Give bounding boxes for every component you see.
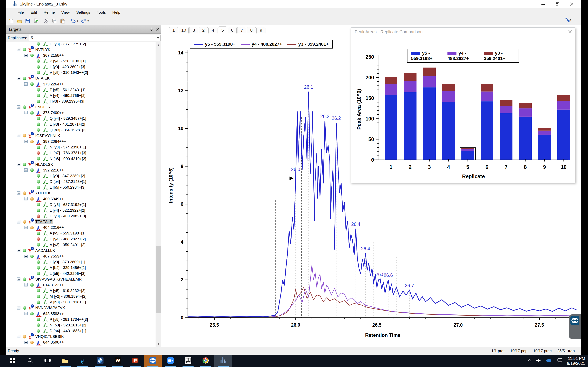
taskbar-video-camera-app-button[interactable]	[162, 355, 179, 367]
menu-file[interactable]: File	[14, 9, 27, 16]
tree-peptide-row[interactable]: YPIATAIEK	[6, 75, 156, 81]
tree-item-label[interactable]: M [y2] - 306.1594+[2]	[49, 294, 87, 299]
taskbar-teamviewer-button[interactable]	[144, 355, 162, 367]
tree-item-label[interactable]: L [y3] - 401.2871+[2]	[49, 122, 86, 127]
tree-item-label[interactable]: E [y4] - 488.2827+[2]	[49, 237, 86, 242]
menu-edit[interactable]: Edit	[27, 9, 40, 16]
undo-button[interactable]	[69, 17, 77, 25]
taskbar-file-explorer-button[interactable]	[56, 355, 74, 367]
expand-collapse-box[interactable]	[17, 249, 20, 252]
tree-transition-row[interactable]: Q [y4] - 529.3457+[1]	[6, 116, 156, 122]
tree-item-label[interactable]: 387.2084+++	[43, 139, 67, 144]
tree-item-label[interactable]: 404.2216++	[43, 225, 64, 230]
tree-item-label[interactable]: D [b4] - 443.1885+[1]	[49, 328, 87, 333]
targets-header[interactable]: Targets	[6, 25, 161, 34]
tree-precursor-row[interactable]: 614.3122+++	[6, 282, 156, 288]
tree-transition-row[interactable]: D [y3] - 377.1779+[2]	[6, 42, 156, 47]
tree-item-label[interactable]: TFAEALR	[35, 219, 53, 224]
tree-transition-row[interactable]: L [b5] - 550.2984+[3]	[6, 184, 156, 191]
taskbar-w-app-button[interactable]: W	[109, 355, 127, 367]
tree-item-label[interactable]: 614.3122+++	[43, 283, 67, 287]
tree-transition-row[interactable]: H [b7] - 786.3781+[3]	[6, 150, 156, 156]
tree-precursor-row[interactable]: 400.6949++	[6, 196, 156, 202]
tree-item-label[interactable]: L [y4] - 522.2922+[2]	[49, 208, 86, 213]
speaker-icon[interactable]	[536, 358, 542, 364]
menu-view[interactable]: View	[58, 9, 73, 16]
scroll-up-icon[interactable]: ▲	[156, 42, 161, 48]
tree-transition-row[interactable]: A [y5] - 619.3232+[3]	[6, 288, 156, 294]
tree-transition-row[interactable]: N [b8] - 900.4210+[2]	[6, 156, 156, 162]
expand-collapse-box[interactable]	[24, 54, 27, 57]
tree-item-label[interactable]: D [b4] - 437.2143+[1]	[49, 179, 87, 184]
close-button[interactable]	[564, 0, 579, 8]
tree-item-label[interactable]: N [y3] - 374.2398+[1]	[49, 145, 86, 150]
tree-precursor-row[interactable]: 644.8590++	[6, 340, 156, 345]
tree-peptide-row[interactable]: YPNVNDVIAPAFVK	[6, 305, 156, 311]
tree-item-label[interactable]: NVPLYK	[35, 47, 51, 52]
expand-collapse-box[interactable]	[24, 283, 27, 286]
tree-transition-row[interactable]: L [b5] - 442.2296+[3]	[6, 271, 156, 276]
tree-transition-row[interactable]: L [y3] - 347.2289+[2]	[6, 173, 156, 179]
ui-mode-select[interactable]: ▼	[565, 17, 573, 22]
tree-transition-row[interactable]: T [y5] - 561.3243+[1]	[6, 87, 156, 93]
expand-collapse-box[interactable]	[24, 82, 27, 86]
tree-peptide-row[interactable]: YPYDLDFK	[6, 190, 156, 196]
tree-item-label[interactable]: A [y5] - 619.3232+[3]	[49, 288, 86, 293]
peak-areas-chart[interactable]: 05010015020025012345678910ReplicatePeak …	[351, 28, 576, 183]
replicates-dropdown[interactable]: 5	[29, 35, 161, 41]
chevron-up-icon[interactable]	[527, 358, 531, 364]
tree-item-label[interactable]: 373.2264++	[43, 82, 64, 87]
tree-peptide-row[interactable]: YPHLADLSK	[6, 161, 156, 167]
tree-item-label[interactable]: V [y5] - 310.1943++[2]	[49, 70, 89, 75]
expand-collapse-box[interactable]	[24, 197, 27, 200]
taskbar-chrome-button[interactable]	[197, 355, 214, 367]
tree-peptide-row[interactable]: YPSIVPSGASTGVHEALEMR	[6, 276, 156, 282]
taskbar-task-view-button[interactable]	[39, 355, 56, 367]
tree-item-label[interactable]: N [b3] - 328.1615+[2]	[49, 323, 87, 328]
pin-icon[interactable]	[150, 27, 153, 31]
menu-settings[interactable]: Settings	[73, 9, 94, 16]
tree-transition-row[interactable]: P [y5] - 281.1734++[3]	[6, 317, 156, 322]
tree-item-label[interactable]: A [y4] - 460.2766+[2]	[49, 93, 86, 98]
tree-item-label[interactable]: IGSEVYHNLK	[35, 133, 61, 138]
tree-item-label[interactable]: 367.2158++	[43, 53, 64, 58]
tree-transition-row[interactable]: L [y4] - 522.2922+[2]	[6, 207, 156, 213]
close-icon[interactable]	[156, 28, 159, 31]
paste-button[interactable]	[59, 17, 67, 25]
tree-scrollbar[interactable]: ▲ ▼	[156, 42, 161, 347]
tree-item-label[interactable]: LNQLLR	[35, 105, 51, 109]
onedrive-icon[interactable]	[546, 358, 552, 364]
tree-item-label[interactable]: 407.7553++	[43, 254, 64, 259]
tree-item-label[interactable]: L [y3] - 373.2809+[1]	[49, 259, 86, 264]
chevron-down-icon[interactable]: ▼	[76, 20, 79, 22]
tree-item-label[interactable]: A [y3] - 359.2401+[3]	[49, 242, 86, 247]
open-file-button[interactable]	[16, 17, 24, 25]
new-document-button[interactable]	[7, 17, 16, 25]
tree-peptide-row[interactable]: YPIGSEVYHNLK	[6, 133, 156, 139]
expand-collapse-box[interactable]	[24, 168, 27, 172]
tree-transition-row[interactable]: D [y3] - 409.2082+[3]	[6, 213, 156, 219]
expand-collapse-box[interactable]	[24, 226, 27, 229]
tree-item-label[interactable]: 643.8588++	[43, 311, 64, 316]
minimize-button[interactable]	[536, 0, 550, 8]
teamviewer-panel-handle[interactable]	[569, 314, 581, 339]
redo-button[interactable]	[80, 17, 88, 25]
taskbar-internet-explorer-button[interactable]: e	[74, 355, 91, 367]
expand-collapse-box[interactable]	[24, 255, 27, 258]
taskbar-search-button[interactable]	[21, 355, 39, 367]
cut-button[interactable]	[42, 17, 51, 25]
tree-item-label[interactable]: HLADLSK	[35, 162, 54, 167]
taskbar-powerpoint-button[interactable]: P	[127, 355, 144, 367]
tree-item-label[interactable]: T [y5] - 561.3243+[1]	[49, 87, 86, 92]
tree-transition-row[interactable]: A [y4] - 460.2766+[2]	[6, 92, 156, 99]
tree-transition-row[interactable]: A [y3] - 359.2401+[3]	[6, 242, 156, 248]
tree-transition-row[interactable]: Q [b3] - 356.1928+[3]	[6, 127, 156, 133]
expand-collapse-box[interactable]	[17, 163, 20, 166]
taskbar-grid-app-button[interactable]	[179, 355, 197, 367]
tree-item-label[interactable]: A [y5] - 559.3198+[1]	[49, 231, 86, 236]
tree-transition-row[interactable]: D [b4] - 443.1885+[1]	[6, 328, 156, 334]
tree-item-label[interactable]: VNQIGTLSESIK	[35, 334, 64, 339]
tree-item-label[interactable]: 644.8590++	[43, 340, 64, 345]
tree-item-label[interactable]: Q [y4] - 529.3457+[1]	[49, 116, 87, 121]
tree-transition-row[interactable]: N [b3] - 328.1615+[2]	[6, 322, 156, 328]
